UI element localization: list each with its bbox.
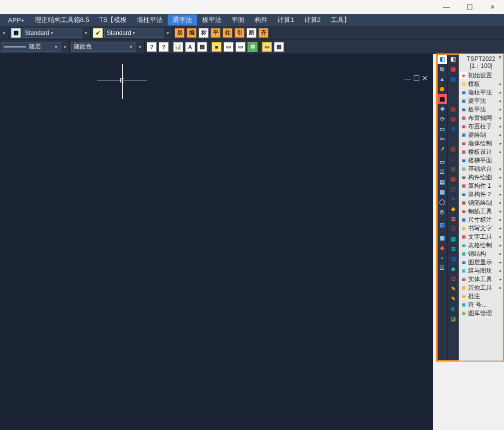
trim-icon[interactable]: ✂ — [437, 134, 447, 143]
panel-item-12[interactable]: ▣构件绘图▸ — [459, 173, 503, 182]
panel-item-11[interactable]: ▣基础承台▸ — [459, 165, 503, 173]
panel-item-17[interactable]: ▣尺寸标注▸ — [459, 216, 503, 224]
dimension-style-icon[interactable]: ↙ — [92, 27, 103, 38]
letter-icon-标[interactable]: 标 — [198, 27, 209, 38]
panel-close-icon[interactable]: ✕ — [498, 54, 502, 60]
letter-icon-断[interactable]: 断 — [246, 27, 257, 38]
properties-icon[interactable]: ◆ — [437, 243, 447, 252]
vbar2-icon-25[interactable]: ◎ — [448, 304, 458, 313]
book-icon[interactable]: ▤ — [437, 177, 447, 186]
menu-item-7[interactable]: 构件 — [250, 14, 272, 25]
panel-item-5[interactable]: ▣布置轴网▸ — [459, 114, 503, 122]
style-combo-1[interactable]: Standard ▾ — [22, 28, 82, 38]
vbar2-icon-26[interactable]: ◪ — [448, 314, 458, 323]
panel-item-1[interactable]: ▣模板▸ — [459, 80, 503, 88]
table-style-icon[interactable]: ▦ — [10, 27, 21, 38]
menu-item-6[interactable]: 平面 — [227, 14, 250, 25]
letter-icon-齐[interactable]: 齐 — [258, 27, 269, 38]
style-combo-2[interactable]: Standard ▾ — [104, 28, 164, 38]
vbar2-icon-11[interactable]: ▣ — [448, 164, 458, 173]
panel-item-21[interactable]: ▣钢结构▸ — [459, 250, 503, 258]
abc-icon[interactable]: A — [185, 41, 196, 52]
window-minimize-button[interactable]: — — [435, 0, 458, 14]
panel-item-18[interactable]: ▣书写文字▸ — [459, 224, 503, 233]
circle-icon[interactable]: ◯ — [437, 197, 447, 206]
panel-item-15[interactable]: ▣钢筋绘制▸ — [459, 199, 503, 207]
menu-item-0[interactable]: APP+ — [3, 15, 30, 25]
calendar-icon[interactable]: ▦ — [197, 41, 208, 52]
vbar2-icon-13[interactable]: ◫ — [448, 184, 458, 193]
panel-item-19[interactable]: ▣文字工具▸ — [459, 233, 503, 241]
vbar2-icon-22[interactable]: ⊟ — [448, 274, 458, 283]
mirror-icon[interactable]: ▲ — [437, 74, 447, 83]
canvas-minimize-icon[interactable]: — — [404, 74, 411, 83]
panel-item-26[interactable]: ▣批注 — [459, 292, 503, 301]
vbar2-icon-2[interactable]: ▦ — [448, 74, 458, 83]
tool-icon-a[interactable]: ■ — [211, 41, 222, 52]
palette-icon[interactable]: ⬣ — [437, 84, 447, 93]
playlist-icon[interactable]: ▦ — [437, 187, 447, 196]
panel-item-13[interactable]: ▣算构件 1▸ — [459, 182, 503, 190]
vbar2-icon-23[interactable]: ✎ — [448, 284, 458, 293]
panel-item-14[interactable]: ▣算构件 2▸ — [459, 190, 503, 199]
window-maximize-button[interactable]: ☐ — [458, 0, 481, 14]
extend-icon[interactable]: ↗ — [437, 144, 447, 153]
layer-combo[interactable]: 随层 ▾ — [1, 42, 61, 52]
vbar2-icon-10[interactable]: ≡ — [448, 154, 458, 163]
vbar2-icon-17[interactable]: 字 — [448, 224, 458, 233]
chart-icon[interactable]: 📊 — [173, 41, 184, 52]
tool-icon-e[interactable]: ▭ — [261, 41, 272, 52]
help-icon[interactable]: ? — [146, 41, 157, 52]
menu-item-8[interactable]: 计算1 — [272, 14, 299, 25]
panel-item-22[interactable]: ▣图层显示▸ — [459, 258, 503, 267]
tool-icon-b[interactable]: ▭ — [223, 41, 234, 52]
menu-item-1[interactable]: 理正结构工具箱8.5 — [30, 14, 94, 25]
d-icon[interactable]: ▫ — [437, 253, 447, 262]
vbar2-icon-15[interactable]: ◆ — [448, 204, 458, 213]
panel-item-20[interactable]: ▣表格绘制▸ — [459, 241, 503, 250]
panel-item-3[interactable]: ▣梁平法▸ — [459, 97, 503, 105]
canvas-close-icon[interactable]: ✕ — [422, 74, 428, 83]
menu-item-5[interactable]: 板平法 — [197, 14, 227, 25]
panel-item-16[interactable]: ▣钢筋工具▸ — [459, 207, 503, 216]
letter-icon-柱[interactable]: 柱 — [222, 27, 233, 38]
dropdown-icon[interactable]: ▾ — [1, 30, 7, 35]
tool-icon-d[interactable]: ✿ — [247, 41, 258, 52]
vbar2-icon-12[interactable]: ▦ — [448, 174, 458, 183]
vbar2-icon-3[interactable]: ≡ — [448, 84, 458, 93]
menu-item-3[interactable]: 墙柱平法 — [132, 14, 168, 25]
vbar2-icon-5[interactable]: ▦ — [448, 104, 458, 113]
panel-item-10[interactable]: ▣楼梯平面 — [459, 156, 503, 165]
panel-item-0[interactable]: ◉初始设置 — [459, 71, 503, 80]
tool-icon-f[interactable]: ▦ — [273, 41, 284, 52]
panel-item-8[interactable]: ▣墙体绘制▸ — [459, 139, 503, 148]
help-icon-2[interactable]: ? — [158, 41, 169, 52]
rotate-icon[interactable]: ⟳ — [437, 114, 447, 123]
letter-icon-编[interactable]: 编 — [186, 27, 197, 38]
vbar2-icon-18[interactable]: ▦ — [448, 234, 458, 243]
letter-icon-层[interactable]: 层 — [174, 27, 185, 38]
vbar2-icon-24[interactable]: ✎ — [448, 294, 458, 303]
panel-item-9[interactable]: ▣楼板设计▸ — [459, 148, 503, 156]
menu-item-2[interactable]: TS【模板 — [94, 14, 132, 25]
letter-icon-平[interactable]: 平 — [210, 27, 221, 38]
dropdown-icon[interactable]: ▾ — [62, 44, 68, 49]
vbar2-icon-6[interactable]: ▦ — [448, 114, 458, 123]
vbar2-icon-4[interactable]: ≡ — [448, 94, 458, 103]
vbar2-icon-8[interactable]: ↕ — [448, 134, 458, 143]
vbar2-icon-1[interactable]: ▦ — [448, 64, 458, 73]
eraser-icon[interactable]: ◧ — [437, 54, 447, 63]
dropdown-icon[interactable]: ▾ — [165, 30, 171, 35]
copy-icon[interactable]: ⧉ — [437, 64, 447, 73]
panel-item-2[interactable]: ▣墙柱平法▸ — [459, 88, 503, 97]
scale-icon[interactable]: ▭ — [437, 124, 447, 133]
panel-item-23[interactable]: ▣组与图块▸ — [459, 267, 503, 275]
panel-item-27[interactable]: ▣符 号... — [459, 301, 503, 309]
vbar2-icon-9[interactable]: ▦ — [448, 144, 458, 153]
vbar2-icon-16[interactable]: ⊞ — [448, 214, 458, 223]
color-combo[interactable]: 随颜色 ▾ — [71, 42, 136, 52]
rect-icon[interactable]: ▭ — [437, 157, 447, 166]
list-icon[interactable]: ☰ — [437, 167, 447, 176]
layers-blue-icon[interactable]: ▧ — [437, 220, 447, 229]
grid-icon[interactable]: ▦ — [437, 94, 447, 103]
